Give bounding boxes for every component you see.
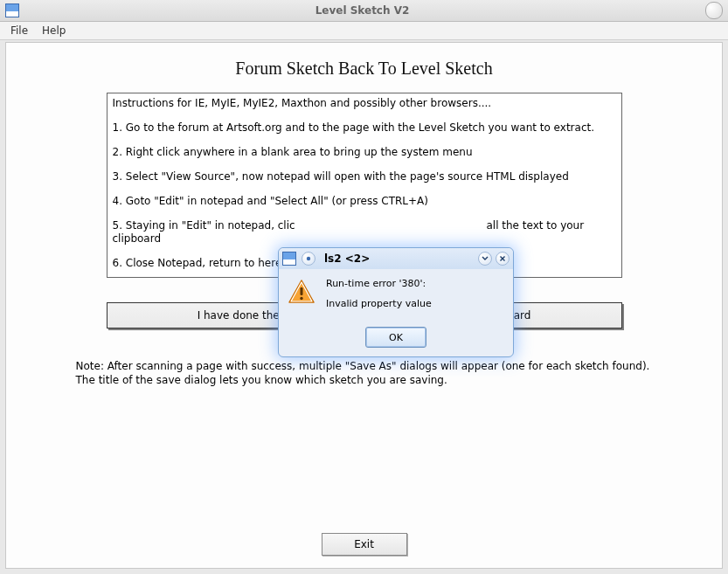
dialog-close-button[interactable]	[496, 252, 510, 266]
dialog-titlebar[interactable]: ls2 <2>	[279, 248, 513, 269]
svg-point-2	[300, 297, 302, 300]
window-close-button[interactable]	[705, 2, 723, 19]
instructions-step-2: 2. Right click anywhere in a blank area …	[113, 146, 616, 159]
dialog-line-1: Run-time error '380':	[326, 278, 432, 289]
window-titlebar[interactable]: Level Sketch V2	[0, 0, 728, 22]
svg-point-0	[307, 257, 310, 260]
page-title: Forum Sketch Back To Level Sketch	[6, 59, 722, 79]
note-text: Note: After scanning a page with success…	[76, 360, 653, 387]
menubar: File Help	[0, 22, 728, 40]
exit-button[interactable]: Exit	[322, 533, 407, 556]
app-window: Level Sketch V2 File Help Forum Sketch B…	[0, 0, 728, 574]
instructions-step-4: 4. Goto "Edit" in notepad and "Select Al…	[113, 195, 616, 208]
app-icon	[5, 3, 19, 17]
instructions-intro: Instructions for IE, MyIE, MyIE2, Maxtho…	[113, 97, 616, 110]
menu-file[interactable]: File	[3, 23, 35, 38]
instructions-step-3: 3. Select "View Source", now notepad wil…	[113, 170, 616, 183]
menu-help[interactable]: Help	[35, 23, 73, 38]
dialog-dropdown-button[interactable]	[302, 252, 315, 266]
window-title: Level Sketch V2	[19, 4, 705, 17]
dialog-message: Run-time error '380': Invalid property v…	[326, 278, 432, 318]
dialog-title: ls2 <2>	[324, 252, 370, 265]
dialog-minimize-button[interactable]	[478, 252, 492, 266]
dialog-line-2: Invalid property value	[326, 298, 432, 309]
error-dialog: ls2 <2> Run-time error '380': Invalid	[278, 247, 514, 357]
instructions-step-5: 5. Staying in "Edit" in notepad, click "…	[113, 219, 616, 246]
dialog-app-icon	[282, 252, 296, 266]
svg-rect-1	[301, 287, 303, 295]
instructions-step-1: 1. Go to the forum at Artsoft.org and to…	[113, 121, 616, 135]
warning-icon	[288, 278, 315, 306]
dialog-ok-button[interactable]: OK	[365, 327, 426, 348]
